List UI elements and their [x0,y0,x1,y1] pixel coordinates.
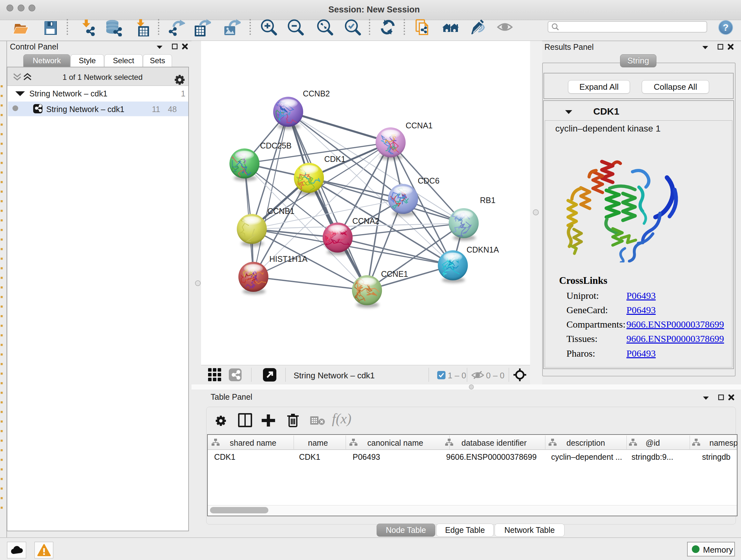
svg-text:HIST1H1A: HIST1H1A [269,254,308,263]
svg-text:CDC25B: CDC25B [260,141,292,150]
svg-text:CDC6: CDC6 [418,176,440,185]
svg-text:?: ? [723,22,729,33]
svg-text:RB1: RB1 [480,196,495,205]
svg-text:CCNA1: CCNA1 [406,121,433,130]
svg-text:CCNE1: CCNE1 [381,269,408,278]
svg-text:CDK1: CDK1 [324,154,346,164]
svg-text:CCNB1: CCNB1 [267,206,294,215]
svg-text:CCNB2: CCNB2 [303,89,330,98]
svg-text:CCNA2: CCNA2 [352,216,380,226]
svg-text:CDKN1A: CDKN1A [467,245,499,254]
